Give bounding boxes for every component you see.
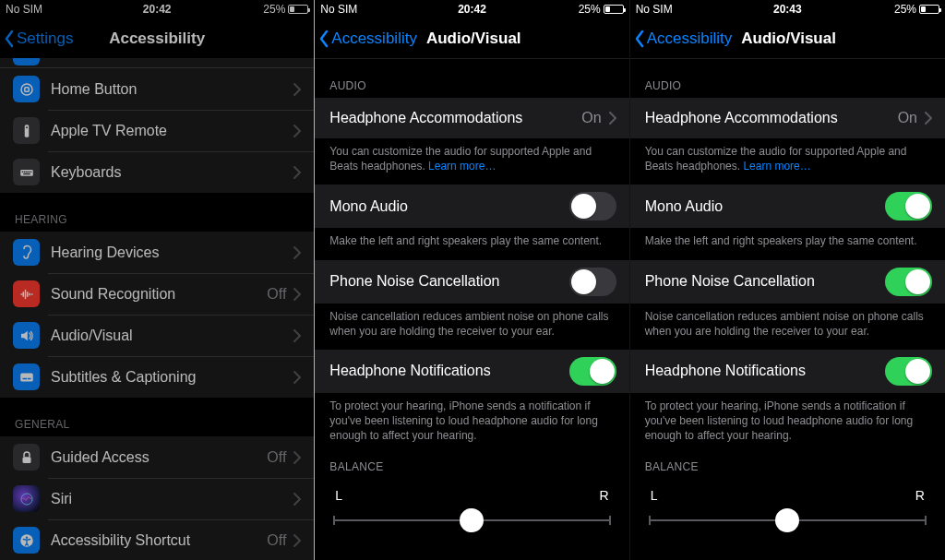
siri-icon [13, 485, 40, 512]
cell-label: Guided Access [51, 449, 267, 466]
battery-status: 25% [234, 3, 308, 16]
chevron-right-icon [609, 112, 616, 125]
ear-icon [13, 239, 40, 266]
clock: 20:42 [79, 3, 234, 16]
toggle-mono-audio[interactable] [569, 192, 616, 220]
battery-status: 25% [550, 3, 624, 16]
chevron-left-icon [634, 30, 645, 48]
clock: 20:42 [394, 3, 549, 16]
svg-rect-8 [28, 171, 30, 173]
cell-label: Hearing Devices [51, 244, 293, 261]
chevron-right-icon [293, 246, 301, 259]
balance-thumb[interactable] [460, 508, 484, 532]
cell-subtitles[interactable]: Subtitles & Captioning [0, 356, 314, 398]
cell-value: Off [267, 532, 286, 549]
chevron-right-icon [293, 493, 301, 506]
cell-home-button[interactable]: Home Button [0, 68, 314, 110]
back-label: Accessibility [331, 30, 417, 48]
battery-pct: 25% [894, 3, 916, 16]
balance-thumb[interactable] [775, 508, 799, 532]
cell-mono-audio[interactable]: Mono Audio [630, 185, 945, 228]
cell-label: Audio/Visual [51, 328, 293, 344]
cell-audio-visual[interactable]: Audio/Visual [0, 315, 314, 356]
svg-point-17 [25, 536, 27, 538]
cell-value: On [898, 110, 917, 126]
svg-rect-12 [22, 377, 27, 379]
section-header-balance: BALANCE [315, 455, 628, 479]
cell-label: Apple TV Remote [51, 123, 293, 139]
cell-phone-noise-cancellation[interactable]: Phone Noise Cancellation [315, 260, 628, 304]
battery-status: 25% [866, 3, 939, 16]
list-group-physical: Home Button Apple TV Remote Keyboards [0, 68, 314, 193]
balance-left-label: L [335, 488, 342, 503]
lock-icon [13, 444, 40, 471]
back-button[interactable]: Settings [4, 30, 73, 48]
cell-mono-audio[interactable]: Mono Audio [315, 185, 628, 228]
chevron-right-icon [293, 329, 301, 342]
svg-rect-6 [24, 171, 26, 173]
cell-label: Keyboards [51, 164, 293, 181]
cell-headphone-notifications[interactable]: Headphone Notifications [630, 350, 945, 393]
back-button[interactable]: Accessibility [318, 30, 417, 48]
cell-phone-noise-cancellation[interactable]: Phone Noise Cancellation [630, 260, 945, 304]
carrier-label: No SIM [6, 3, 79, 16]
svg-rect-1 [24, 87, 29, 91]
cell-label: Phone Noise Cancellation [329, 273, 568, 290]
footer-pnc: Noise cancellation reduces ambient noise… [630, 304, 945, 350]
cell-guided-access[interactable]: Guided Access Off [0, 436, 314, 478]
toggle-phone-noise-cancellation[interactable] [885, 268, 932, 296]
list-group-hearing: Hearing Devices Sound Recognition Off Au… [0, 232, 314, 398]
page-title: Audio/Visual [426, 30, 521, 48]
balance-right-label: R [600, 488, 609, 503]
chevron-right-icon [293, 83, 301, 96]
status-bar: No SIM 20:42 25% [0, 0, 314, 18]
cell-label: Mono Audio [645, 198, 885, 215]
cell-keyboards[interactable]: Keyboards [0, 151, 314, 193]
cell-sound-recognition[interactable]: Sound Recognition Off [0, 273, 314, 315]
balance-slider[interactable] [649, 508, 927, 532]
nav-bar: Accessibility Audio/Visual [630, 18, 945, 59]
chevron-right-icon [293, 166, 301, 179]
svg-rect-10 [23, 173, 30, 174]
chevron-left-icon [318, 30, 329, 48]
balance-slider[interactable] [333, 508, 610, 532]
cell-label: Subtitles & Captioning [51, 369, 293, 386]
home-button-icon [13, 76, 40, 102]
learn-more-link[interactable]: Learn more… [428, 160, 496, 173]
back-button[interactable]: Accessibility [634, 30, 733, 48]
accessibility-icon [13, 527, 40, 554]
nav-bar: Accessibility Audio/Visual [315, 18, 628, 59]
toggle-headphone-notifications[interactable] [569, 357, 616, 386]
footer-hn: To protect your hearing, iPhone sends a … [630, 393, 945, 455]
toggle-mono-audio[interactable] [885, 192, 932, 220]
balance-left-label: L [651, 488, 658, 503]
chevron-right-icon [293, 125, 301, 137]
cell-label: Home Button [51, 81, 293, 98]
cell-accessibility-shortcut[interactable]: Accessibility Shortcut Off [0, 519, 314, 560]
learn-more-link[interactable]: Learn more… [743, 160, 810, 173]
speaker-icon [13, 322, 40, 349]
svg-rect-9 [30, 171, 31, 173]
cell-label: Headphone Accommodations [645, 110, 898, 126]
chevron-right-icon [293, 534, 301, 547]
toggle-phone-noise-cancellation[interactable] [569, 268, 616, 296]
cell-siri[interactable]: Siri [0, 478, 314, 519]
cell-label: Accessibility Shortcut [51, 532, 267, 549]
footer-mono: Make the left and right speakers play th… [315, 228, 628, 259]
battery-pct: 25% [263, 3, 285, 16]
cell-hearing-devices[interactable]: Hearing Devices [0, 232, 314, 273]
svg-rect-7 [26, 171, 28, 173]
clock: 20:43 [710, 3, 866, 16]
cell-headphone-notifications[interactable]: Headphone Notifications [315, 350, 628, 393]
list-group-general: Guided Access Off Siri Accessibility Sho… [0, 436, 314, 560]
nav-bar: Settings Accessibility [0, 18, 314, 59]
balance-control: L R [630, 479, 945, 540]
cell-apple-tv-remote[interactable]: Apple TV Remote [0, 110, 314, 151]
cell-headphone-accommodations[interactable]: Headphone Accommodations On [630, 98, 945, 138]
footer-headphone-accom: You can customize the audio for supporte… [315, 138, 628, 185]
keyboards-icon [13, 159, 40, 185]
cell-label: Headphone Notifications [645, 363, 885, 379]
cell-headphone-accommodations[interactable]: Headphone Accommodations On [315, 98, 628, 138]
battery-pct: 25% [579, 3, 601, 16]
toggle-headphone-notifications[interactable] [885, 357, 932, 386]
